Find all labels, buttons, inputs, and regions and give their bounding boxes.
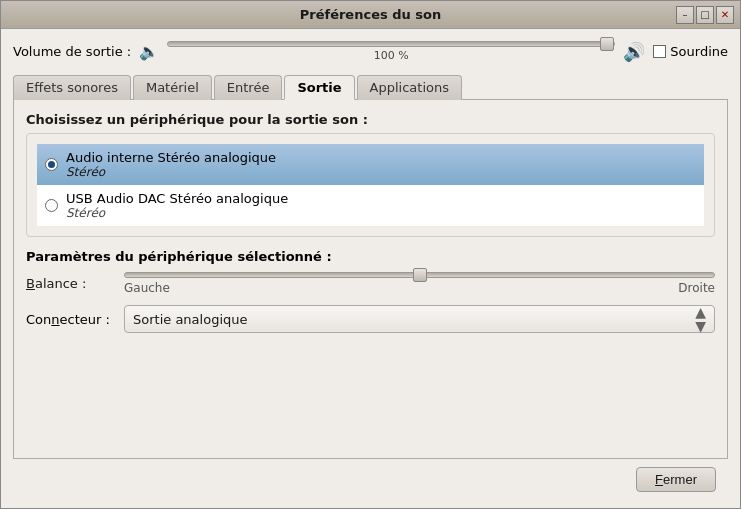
window-controls: – □ ✕ [676,6,734,24]
main-window: Préférences du son – □ ✕ Volume de sorti… [0,0,741,509]
volume-row: Volume de sortie : 🔈 100 % 🔊 Sourdine [13,37,728,66]
minimize-button[interactable]: – [676,6,694,24]
mute-label: Sourdine [670,44,728,59]
device-name-analog: Audio interne Stéréo analogique [66,150,276,165]
main-panel: Choisissez un périphérique pour la sorti… [13,100,728,459]
balance-row: Balance : Gauche Droite [26,272,715,295]
balance-right-label: Droite [678,281,715,295]
volume-slider-container: 100 % [167,41,615,62]
volume-slider[interactable] [167,41,615,47]
tab-effects[interactable]: Effets sonores [13,75,131,100]
titlebar: Préférences du son – □ ✕ [1,1,740,29]
maximize-button[interactable]: □ [696,6,714,24]
tab-input[interactable]: Entrée [214,75,283,100]
balance-slider-container: Gauche Droite [124,272,715,295]
balance-left-label: Gauche [124,281,170,295]
connector-value: Sortie analogique [133,312,247,327]
device-info-analog: Audio interne Stéréo analogique Stéréo [66,150,276,179]
volume-percent: 100 % [374,49,409,62]
bottom-bar: Fermer [13,459,728,500]
content-area: Volume de sortie : 🔈 100 % 🔊 Sourdine Ef… [1,29,740,508]
device-radio-analog[interactable] [45,158,58,171]
device-name-usb: USB Audio DAC Stéréo analogique [66,191,288,206]
device-type-analog: Stéréo [66,165,276,179]
balance-slider[interactable] [124,272,715,278]
tab-applications[interactable]: Applications [357,75,462,100]
mute-checkbox[interactable] [653,45,666,58]
tabs-container: Effets sonores Matériel Entrée Sortie Ap… [13,74,728,100]
device-section: Choisissez un périphérique pour la sorti… [26,112,715,237]
device-info-usb: USB Audio DAC Stéréo analogique Stéréo [66,191,288,220]
balance-slider-thumb[interactable] [413,268,427,282]
device-radio-usb[interactable] [45,199,58,212]
device-type-usb: Stéréo [66,206,288,220]
tab-output[interactable]: Sortie [284,75,354,100]
connector-select[interactable]: Sortie analogique ▲ ▼ [124,305,715,333]
device-item-usb[interactable]: USB Audio DAC Stéréo analogique Stéréo [37,185,704,226]
device-section-label: Choisissez un périphérique pour la sorti… [26,112,715,127]
window-title: Préférences du son [300,7,442,22]
volume-slider-thumb[interactable] [600,37,614,51]
volume-low-icon: 🔈 [139,42,159,61]
close-window-button[interactable]: ✕ [716,6,734,24]
device-list: Audio interne Stéréo analogique Stéréo U… [26,133,715,237]
device-item-analog[interactable]: Audio interne Stéréo analogique Stéréo [37,144,704,185]
mute-section: Sourdine [653,44,728,59]
fermer-button[interactable]: Fermer [636,467,716,492]
connector-arrow-icon: ▲ ▼ [695,305,706,333]
volume-high-icon: 🔊 [623,41,645,62]
connector-label: Connecteur : [26,312,116,327]
params-section: Paramètres du périphérique sélectionné :… [26,249,715,333]
connector-row: Connecteur : Sortie analogique ▲ ▼ [26,305,715,333]
volume-label: Volume de sortie : [13,44,131,59]
params-section-label: Paramètres du périphérique sélectionné : [26,249,715,264]
balance-labels: Gauche Droite [124,281,715,295]
tab-hardware[interactable]: Matériel [133,75,212,100]
balance-label: Balance : [26,276,116,291]
